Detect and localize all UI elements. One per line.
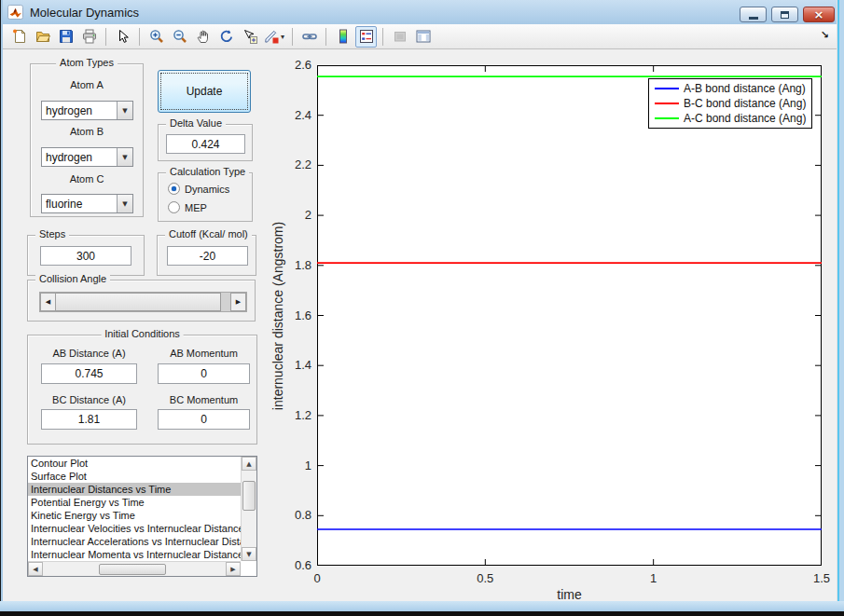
atom-c-label: Atom C bbox=[31, 173, 143, 185]
scroll-up-icon[interactable]: ▲ bbox=[242, 457, 256, 471]
atom-c-value: fluorine bbox=[42, 198, 117, 211]
atom-b-value: hydrogen bbox=[42, 151, 117, 164]
open-file-button[interactable] bbox=[32, 26, 53, 48]
legend-label: A-B bond distance (Ang) bbox=[684, 82, 806, 95]
calculation-type-panel: Calculation Type Dynamics MEP bbox=[158, 172, 253, 222]
chevron-down-icon[interactable]: ▼ bbox=[117, 195, 132, 212]
horizontal-scrollbar[interactable]: ◀ ▶ bbox=[28, 561, 241, 576]
collision-angle-slider[interactable]: ◀ ▶ bbox=[39, 292, 247, 312]
print-figure-button[interactable] bbox=[78, 26, 100, 48]
bc-momentum-label: BC Momentum bbox=[158, 394, 250, 405]
steps-field[interactable] bbox=[40, 246, 131, 266]
list-item[interactable]: Surface Plot bbox=[28, 470, 241, 483]
toolbar-separator bbox=[105, 28, 106, 46]
list-item[interactable]: Internuclear Distances vs Time bbox=[28, 483, 241, 496]
link-plot-button[interactable] bbox=[298, 26, 320, 48]
cutoff-panel: Cutoff (Kcal/ mol) bbox=[157, 235, 256, 276]
scroll-right-icon[interactable]: ▶ bbox=[226, 562, 241, 576]
listbox-items: Contour PlotSurface PlotInternuclear Dis… bbox=[28, 457, 241, 561]
minimize-button[interactable] bbox=[740, 7, 767, 22]
maximize-button[interactable] bbox=[771, 7, 798, 22]
radio-dynamics[interactable]: Dynamics bbox=[168, 182, 229, 196]
slider-left-arrow-icon[interactable]: ◀ bbox=[40, 293, 56, 311]
dropdown-caret-icon[interactable]: ▾ bbox=[281, 33, 284, 41]
save-figure-icon bbox=[59, 29, 74, 44]
radio-mep[interactable]: MEP bbox=[168, 200, 207, 214]
list-item[interactable]: Contour Plot bbox=[28, 457, 241, 470]
scroll-down-icon[interactable]: ▼ bbox=[242, 547, 256, 561]
x-tick-label: 1 bbox=[633, 571, 674, 585]
list-item[interactable]: Internuclear Accelerations vs Internucle… bbox=[28, 535, 241, 548]
pan-button[interactable] bbox=[192, 26, 214, 48]
slider-trough[interactable] bbox=[221, 293, 230, 311]
link-plot-icon bbox=[302, 29, 317, 44]
y-tick-label: 1.8 bbox=[270, 258, 311, 272]
plot-canvas bbox=[317, 65, 822, 566]
window-border-bottom[interactable] bbox=[0, 601, 844, 611]
show-plot-tools-button[interactable] bbox=[412, 26, 434, 48]
legend-entry: A-B bond distance (Ang) bbox=[649, 81, 811, 96]
toolbar: ↘ ▾ bbox=[3, 24, 837, 49]
data-cursor-icon bbox=[242, 29, 257, 44]
zoom-in-button[interactable] bbox=[145, 26, 167, 48]
y-tick-label: 1.6 bbox=[270, 308, 311, 322]
vertical-scrollbar[interactable]: ▲ ▼ bbox=[241, 457, 256, 561]
data-cursor-button[interactable] bbox=[239, 26, 260, 48]
atom-a-select[interactable]: hydrogen ▼ bbox=[41, 101, 133, 120]
bc-distance-field[interactable] bbox=[41, 409, 137, 430]
bc-momentum-field[interactable] bbox=[158, 409, 250, 430]
ab-distance-label: AB Distance (A) bbox=[41, 348, 137, 359]
ab-momentum-field[interactable] bbox=[158, 363, 250, 384]
edit-plot-button[interactable] bbox=[112, 26, 133, 48]
insert-colorbar-button[interactable] bbox=[332, 26, 353, 48]
initial-conditions-label: Initial Conditions bbox=[101, 328, 184, 339]
titlebar[interactable]: Molecular Dynamics × bbox=[0, 0, 844, 24]
insert-legend-button[interactable] bbox=[355, 26, 377, 48]
scroll-left-icon[interactable]: ◀ bbox=[28, 562, 43, 576]
list-item[interactable]: Internuclear Velocities vs Internuclear … bbox=[28, 522, 241, 535]
slider-thumb[interactable] bbox=[56, 293, 221, 311]
legend-label: B-C bond distance (Ang) bbox=[684, 97, 806, 110]
brush-data-button[interactable]: ▾ bbox=[262, 26, 286, 48]
plot-area[interactable] bbox=[317, 65, 822, 566]
edit-plot-icon bbox=[116, 29, 131, 44]
radio-button-icon bbox=[168, 201, 180, 213]
legend-entry: A-C bond distance (Ang) bbox=[649, 111, 811, 126]
delta-value-label: Delta Value bbox=[166, 117, 226, 129]
ab-distance-field[interactable] bbox=[41, 363, 137, 384]
y-tick-label: 0.6 bbox=[270, 558, 311, 572]
initial-conditions-panel: Initial Conditions AB Distance (A) AB Mo… bbox=[27, 335, 257, 445]
cutoff-field[interactable] bbox=[167, 246, 248, 266]
chevron-down-icon[interactable]: ▼ bbox=[117, 102, 132, 119]
chart-legend[interactable]: A-B bond distance (Ang)B-C bond distance… bbox=[648, 78, 812, 129]
toolbar-separator bbox=[382, 28, 383, 46]
scrollbar-thumb[interactable] bbox=[99, 564, 166, 575]
hide-plot-tools-icon bbox=[393, 29, 408, 44]
atom-a-label: Atom A bbox=[31, 79, 143, 90]
y-tick-label: 2.6 bbox=[270, 58, 311, 72]
y-tick-label: 2 bbox=[270, 208, 311, 222]
zoom-out-icon bbox=[173, 29, 187, 44]
plot-type-listbox[interactable]: Contour PlotSurface PlotInternuclear Dis… bbox=[27, 456, 257, 577]
new-figure-button[interactable] bbox=[8, 26, 30, 48]
update-button[interactable]: Update bbox=[158, 70, 251, 113]
save-figure-button[interactable] bbox=[55, 26, 76, 48]
list-item[interactable]: Potential Energy vs Time bbox=[28, 496, 241, 509]
rotate-3d-icon bbox=[219, 29, 234, 44]
close-button[interactable]: × bbox=[803, 7, 835, 22]
zoom-out-button[interactable] bbox=[169, 26, 190, 48]
toolbar-overflow-icon[interactable]: ↘ bbox=[821, 29, 829, 41]
delta-value-field[interactable] bbox=[166, 134, 245, 154]
maximize-icon bbox=[781, 11, 789, 19]
slider-right-arrow-icon[interactable]: ▶ bbox=[230, 293, 246, 311]
list-item[interactable]: Kinetic Energy vs Time bbox=[28, 509, 241, 522]
atom-c-select[interactable]: fluorine ▼ bbox=[41, 194, 133, 213]
scrollbar-thumb[interactable] bbox=[242, 481, 256, 511]
atom-b-select[interactable]: hydrogen ▼ bbox=[41, 147, 133, 167]
brush-data-icon bbox=[264, 29, 279, 44]
window-border-right[interactable] bbox=[837, 0, 844, 616]
chevron-down-icon[interactable]: ▼ bbox=[117, 148, 132, 166]
list-item[interactable]: Internuclear Momenta vs Internuclear Dis… bbox=[28, 548, 241, 561]
rotate-3d-button[interactable] bbox=[215, 26, 237, 48]
cutoff-label: Cutoff (Kcal/ mol) bbox=[165, 228, 252, 240]
